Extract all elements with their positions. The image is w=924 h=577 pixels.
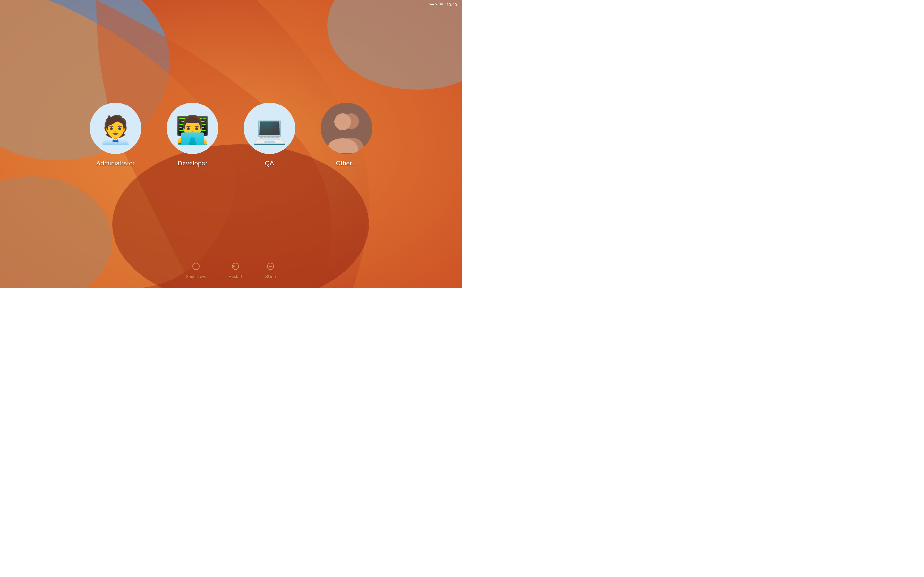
user-label-administrator: Administrator: [96, 160, 135, 167]
clock: 10:40: [446, 2, 457, 7]
user-avatar-other: [321, 103, 372, 154]
status-bar: 10:40: [0, 0, 462, 9]
main-content: 🧑‍💼 Administrator 👨‍💻 Developer 💻 QA: [0, 0, 462, 288]
restart-icon: [230, 261, 241, 272]
svg-point-6: [334, 113, 351, 130]
shutdown-label: Shut Down: [186, 274, 206, 279]
user-item-administrator[interactable]: 🧑‍💼 Administrator: [90, 103, 141, 167]
sleep-label: Sleep: [265, 274, 276, 279]
user-label-other: Other...: [336, 160, 357, 167]
user-avatar-administrator: 🧑‍💼: [90, 103, 141, 154]
user-item-other[interactable]: Other...: [321, 103, 372, 167]
bottom-controls: Shut Down Restart Sleep: [0, 261, 462, 279]
sleep-button[interactable]: Sleep: [265, 261, 276, 279]
users-row: 🧑‍💼 Administrator 👨‍💻 Developer 💻 QA: [90, 103, 372, 167]
power-icon: [190, 261, 202, 272]
sleep-icon: [265, 261, 276, 272]
restart-button[interactable]: Restart: [229, 261, 242, 279]
user-label-qa: QA: [265, 160, 274, 167]
restart-label: Restart: [229, 274, 242, 279]
user-item-qa[interactable]: 💻 QA: [244, 103, 295, 167]
user-label-developer: Developer: [178, 160, 208, 167]
shutdown-button[interactable]: Shut Down: [186, 261, 206, 279]
battery-icon: [429, 3, 436, 6]
wifi-icon: [439, 3, 444, 6]
user-item-developer[interactable]: 👨‍💻 Developer: [167, 103, 218, 167]
user-avatar-developer: 👨‍💻: [167, 103, 218, 154]
user-avatar-qa: 💻: [244, 103, 295, 154]
other-users-icon: [321, 103, 372, 154]
